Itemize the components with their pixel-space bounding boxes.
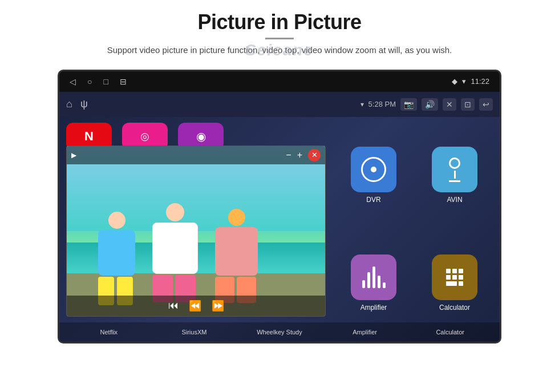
pip-plus-btn[interactable]: +	[297, 150, 302, 160]
pip-container[interactable]: ▶ − + ✕ ⏮ ⏪ ⏩	[66, 146, 326, 317]
page-title: Picture in Picture	[107, 10, 452, 34]
pip-rewind-btn[interactable]: ⏪	[189, 300, 201, 312]
subtitle: Support video picture in picture functio…	[107, 44, 452, 57]
pip-controls-right: − + ✕	[286, 149, 321, 161]
top-bar-right: ▾ 5:28 PM 📷 🔊 ✕ ⊡ ↩	[360, 98, 493, 111]
header-section: Picture in Picture Seicane Support video…	[107, 0, 452, 70]
avin-inner-icon	[449, 157, 460, 182]
app-grid: DVR AVIN	[329, 117, 500, 342]
dvr-inner-icon	[361, 157, 386, 182]
amp-bar-5	[383, 282, 386, 288]
amp-bar-4	[378, 276, 380, 288]
label-calculator: Calculator	[407, 329, 493, 336]
calc-grid-icon	[444, 266, 465, 288]
person-3	[215, 209, 258, 300]
dvr-label: DVR	[366, 196, 380, 204]
status-bar: ◁ ○ □ ⊟ ◆ ▾ 11:22	[59, 71, 500, 92]
back-icon[interactable]: ◁	[70, 77, 76, 86]
menu-icon[interactable]: ⊟	[120, 77, 127, 86]
avin-circle	[449, 157, 460, 169]
amplifier-label: Amplifier	[360, 304, 387, 312]
app-item-dvr[interactable]: DVR	[335, 124, 412, 227]
top-bar-left: ⌂ ψ	[66, 98, 88, 110]
amplifier-icon	[351, 254, 396, 300]
volume-icon[interactable]: 🔊	[422, 98, 438, 111]
avin-icon	[432, 147, 477, 192]
recents-icon[interactable]: □	[103, 77, 108, 86]
video-scene	[67, 146, 325, 316]
calculator-label: Calculator	[439, 304, 470, 312]
pip-top-bar: ▶ − + ✕	[67, 146, 325, 164]
device-frame: ◁ ○ □ ⊟ ◆ ▾ 11:22 ⌂ ψ ▾ 5:28 PM 📷 🔊	[58, 70, 501, 343]
main-content: N ◎ ◉	[59, 117, 500, 342]
nav-icons: ◁ ○ □ ⊟	[70, 77, 127, 86]
pip-bottom-bar: ⏮ ⏪ ⏩	[67, 296, 325, 316]
location-icon: ◆	[452, 77, 457, 86]
app-item-calculator[interactable]: Calculator	[416, 232, 493, 335]
status-time: 11:22	[471, 77, 489, 86]
avin-base	[449, 180, 460, 182]
avin-stem	[454, 171, 456, 179]
status-right: ◆ ▾ 11:22	[452, 77, 489, 86]
amp-bar-2	[367, 272, 370, 288]
wifi-icon: ▾	[462, 77, 466, 86]
title-divider	[265, 38, 294, 39]
pip-icon[interactable]: ⊡	[461, 98, 475, 111]
pip-close-btn[interactable]: ✕	[308, 149, 321, 161]
label-amplifier: Amplifier	[322, 329, 408, 336]
amp-bar-3	[372, 266, 375, 288]
avin-label: AVIN	[447, 196, 462, 204]
label-sirius: SiriusXM	[152, 329, 237, 336]
home-circle-icon[interactable]: ○	[87, 77, 92, 86]
pip-small-icon: ▶	[71, 151, 76, 159]
label-wheelkey: Wheelkey Study	[237, 329, 322, 336]
back-arrow-icon[interactable]: ↩	[479, 98, 493, 111]
calculator-icon	[432, 254, 477, 300]
wifi-status-icon: ▾	[360, 100, 364, 108]
pip-prev-btn[interactable]: ⏮	[168, 300, 179, 312]
pip-forward-btn[interactable]: ⏩	[212, 300, 224, 312]
person-2	[152, 203, 198, 300]
usb-icon: ψ	[80, 98, 88, 110]
person-1	[98, 212, 135, 300]
app-item-amplifier[interactable]: Amplifier	[335, 232, 412, 335]
amp-bar-1	[362, 280, 365, 288]
dvr-dot	[371, 167, 376, 172]
app-item-avin[interactable]: AVIN	[416, 124, 493, 227]
close-icon[interactable]: ✕	[443, 98, 456, 111]
page-container: Picture in Picture Seicane Support video…	[0, 0, 559, 392]
top-bar-time: 5:28 PM	[368, 100, 396, 108]
dvr-icon	[351, 147, 396, 192]
camera-icon[interactable]: 📷	[400, 98, 417, 111]
pip-minus-btn[interactable]: −	[286, 150, 291, 160]
top-bar: ⌂ ψ ▾ 5:28 PM 📷 🔊 ✕ ⊡ ↩	[59, 92, 500, 117]
home-icon[interactable]: ⌂	[66, 98, 72, 110]
bottom-labels: Netflix SiriusXM Wheelkey Study Amplifie…	[59, 322, 500, 342]
label-netflix: Netflix	[66, 329, 152, 336]
amp-bars-icon	[362, 266, 386, 288]
